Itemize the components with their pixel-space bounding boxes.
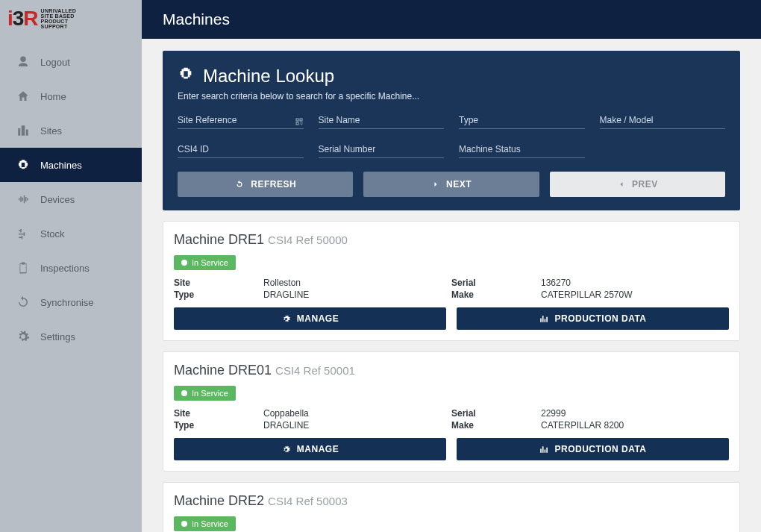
field-label: Type <box>459 115 478 125</box>
meta-type-label: Type <box>174 420 263 431</box>
manage-button[interactable]: MANAGE <box>174 307 446 330</box>
sidebar-item-label: Logout <box>40 57 70 68</box>
field-site-name[interactable]: Site Name <box>319 115 445 129</box>
meta-serial-label: Serial <box>451 278 541 288</box>
page-title: Machines <box>163 10 230 28</box>
status-dot-icon <box>181 390 187 396</box>
card-ref: CSI4 Ref 50003 <box>268 495 348 507</box>
meta-make-label: Make <box>451 290 541 300</box>
refresh-button[interactable]: REFRESH <box>178 172 353 197</box>
field-make-model[interactable]: Make / Model <box>600 115 726 129</box>
meta-type-value: DRAGLINE <box>263 290 451 300</box>
refresh-icon <box>234 179 245 190</box>
sidebar-item-label: Devices <box>40 194 75 205</box>
sidebar-item-home[interactable]: Home <box>0 79 142 113</box>
meta-make-value: CATERPILLAR 2570W <box>541 290 729 300</box>
card-ref: CSI4 Ref 50001 <box>275 364 355 377</box>
field-csi4-id[interactable]: CSI4 ID <box>178 144 304 158</box>
cog-icon <box>281 314 291 324</box>
logo-text: i3R <box>7 7 38 31</box>
meta-type-label: Type <box>174 290 263 300</box>
sidebar-item-synchronise[interactable]: Synchronise <box>0 285 142 319</box>
sidebar-item-sites[interactable]: Sites <box>0 113 142 148</box>
machine-card: Machine DRE2 CSI4 Ref 50003 In Service S… <box>163 482 740 532</box>
status-badge: In Service <box>174 386 236 401</box>
cog-icon <box>281 445 291 454</box>
meta-make-value: CATERPILLAR 8200 <box>541 420 729 431</box>
card-title: Machine DRE01 CSI4 Ref 50001 <box>174 363 729 378</box>
field-type[interactable]: Type <box>459 115 585 129</box>
meta-site-value: Coppabella <box>263 408 451 419</box>
card-title: Machine DRE2 CSI4 Ref 50003 <box>174 493 729 509</box>
field-serial-number[interactable]: Serial Number <box>319 144 445 158</box>
card-ref: CSI4 Ref 50000 <box>268 234 348 246</box>
field-label: CSI4 ID <box>178 144 209 154</box>
content: Machine Lookup Enter search criteria bel… <box>142 39 761 532</box>
sidebar-item-label: Sites <box>40 125 62 137</box>
production-data-button[interactable]: PRODUCTION DATA <box>457 438 729 460</box>
sidebar-item-logout[interactable]: Logout <box>0 45 142 79</box>
machine-card: Machine DRE01 CSI4 Ref 50001 In Service … <box>163 351 740 472</box>
status-badge: In Service <box>174 516 236 531</box>
sidebar-item-stock[interactable]: Stock <box>0 216 142 251</box>
lookup-title-row: Machine Lookup <box>178 66 725 87</box>
sliders-icon <box>16 227 30 240</box>
meta-type-value: DRAGLINE <box>263 420 451 431</box>
meta-make-label: Make <box>451 420 541 431</box>
sidebar-item-devices[interactable]: Devices <box>0 182 142 216</box>
field-label: Site Reference <box>178 115 237 125</box>
sync-icon <box>16 295 30 309</box>
meta-site-value: Rolleston <box>263 278 451 288</box>
sidebar-item-label: Synchronise <box>40 297 94 308</box>
logo: i3R UNRIVALLED SITE BASED PRODUCT SUPPOR… <box>0 0 142 37</box>
chip-icon <box>16 158 30 172</box>
meta-serial-value: 22999 <box>541 408 729 419</box>
meta-serial-value: 136270 <box>541 278 729 288</box>
chevron-right-icon <box>431 180 440 189</box>
meta-site-label: Site <box>174 278 263 288</box>
gear-icon <box>16 330 30 343</box>
sidebar-item-machines[interactable]: Machines <box>0 148 142 182</box>
prev-button: PREV <box>550 172 725 197</box>
meta-serial-label: Serial <box>451 408 541 419</box>
field-label: Serial Number <box>319 144 376 154</box>
sidebar-item-label: Machines <box>40 160 82 171</box>
chip-icon <box>178 66 194 87</box>
account-circle-icon <box>16 55 30 69</box>
clipboard-icon <box>16 261 30 275</box>
sidebar-item-inspections[interactable]: Inspections <box>0 251 142 285</box>
logo-tagline: UNRIVALLED SITE BASED PRODUCT SUPPORT <box>41 8 77 29</box>
chevron-left-icon <box>617 180 626 189</box>
qr-icon[interactable] <box>295 116 304 125</box>
production-data-button[interactable]: PRODUCTION DATA <box>457 307 729 330</box>
bar-chart-icon <box>539 314 548 324</box>
main: Machines Machine Lookup Enter search cri… <box>142 0 761 532</box>
field-label: Machine Status <box>459 144 521 154</box>
field-machine-status[interactable]: Machine Status <box>459 144 585 158</box>
machine-card: Machine DRE1 CSI4 Ref 50000 In Service S… <box>163 221 740 341</box>
lookup-panel: Machine Lookup Enter search criteria bel… <box>163 51 740 210</box>
page-header: Machines <box>142 0 761 39</box>
waveform-icon <box>16 193 30 206</box>
meta-site-label: Site <box>174 408 263 419</box>
field-site-reference[interactable]: Site Reference <box>178 115 304 129</box>
lookup-title: Machine Lookup <box>203 66 334 87</box>
nav: Logout Home Sites Machines Devices Stock <box>0 37 142 354</box>
bar-chart-icon <box>539 445 548 454</box>
sidebar-item-label: Home <box>40 91 66 102</box>
sidebar: i3R UNRIVALLED SITE BASED PRODUCT SUPPOR… <box>0 0 142 532</box>
manage-button[interactable]: MANAGE <box>174 438 446 460</box>
field-label: Make / Model <box>600 115 654 125</box>
sidebar-item-label: Inspections <box>40 263 90 274</box>
status-dot-icon <box>181 521 187 527</box>
sidebar-item-label: Stock <box>40 228 65 240</box>
city-icon <box>16 124 30 137</box>
home-icon <box>16 90 30 103</box>
card-title: Machine DRE1 CSI4 Ref 50000 <box>174 232 729 248</box>
status-dot-icon <box>181 260 187 266</box>
lookup-subtitle: Enter search criteria below to search fo… <box>178 91 725 101</box>
sidebar-item-label: Settings <box>40 331 75 342</box>
field-label: Site Name <box>319 115 360 125</box>
next-button[interactable]: NEXT <box>363 172 539 197</box>
sidebar-item-settings[interactable]: Settings <box>0 319 142 354</box>
